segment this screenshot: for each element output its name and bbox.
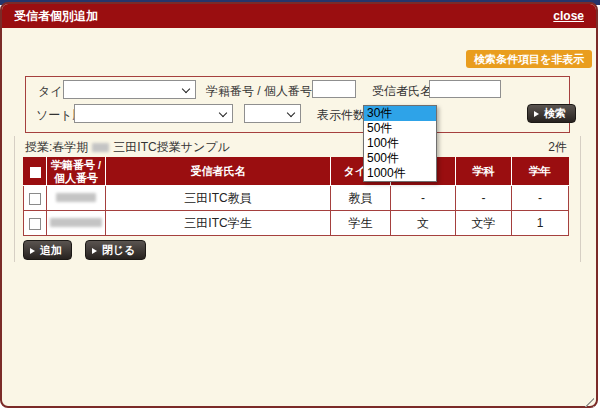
dropdown-option-100[interactable]: 100件 <box>364 136 436 151</box>
display-count-open-dropdown: 30件 50件 100件 500件 1000件 <box>363 105 437 182</box>
select-all-checkbox[interactable] <box>30 167 41 178</box>
dialog-titlebar: 受信者個別追加 close <box>2 4 596 28</box>
recipient-name-input[interactable] <box>429 80 501 98</box>
course-info: 授業:春学期 三田ITC授業サンプル <box>25 139 230 156</box>
cell-name: 三田ITC教員 <box>106 186 331 211</box>
cell-faculty: 文 <box>391 211 456 236</box>
cell-grade: - <box>512 186 569 211</box>
type-select[interactable] <box>63 80 196 99</box>
chevron-down-icon <box>287 109 295 117</box>
col-header-id: 学籍番号 / 個人番号 <box>47 158 106 186</box>
chevron-down-icon <box>182 85 190 93</box>
cell-id <box>47 211 106 236</box>
redacted-id <box>56 193 96 202</box>
cell-type: 教員 <box>331 186 391 211</box>
sort-direction-select[interactable] <box>244 104 301 123</box>
student-id-input[interactable] <box>312 80 356 98</box>
add-button[interactable]: 追加 <box>23 240 72 260</box>
cell-department: - <box>456 186 512 211</box>
select-all-header <box>24 158 47 186</box>
display-count-label: 表示件数: <box>317 107 368 124</box>
chevron-down-icon <box>219 109 227 117</box>
play-arrow-icon <box>92 248 97 254</box>
col-header-grade: 学年 <box>512 158 569 186</box>
cell-faculty: - <box>391 186 456 211</box>
redacted-id <box>50 218 102 227</box>
search-button[interactable]: 検索 <box>527 104 576 123</box>
dialog-title: 受信者個別追加 <box>14 8 98 25</box>
dropdown-option-30[interactable]: 30件 <box>364 106 436 121</box>
cell-name: 三田ITC学生 <box>106 211 331 236</box>
col-header-department: 学科 <box>456 158 512 186</box>
col-header-name: 受信者氏名 <box>106 158 331 186</box>
cell-grade: 1 <box>512 211 569 236</box>
hide-search-conditions-button[interactable]: 検索条件項目を非表示 <box>466 50 592 68</box>
table-row: 三田ITC教員 教員 - - - <box>24 186 569 211</box>
sort-order-select[interactable] <box>74 104 233 123</box>
close-button[interactable]: 閉じる <box>85 240 146 260</box>
page: 受信者個別追加 close 検索条件項目を非表示 タイプ: 学籍番号 / 個人番… <box>0 0 600 414</box>
row-checkbox[interactable] <box>29 218 41 230</box>
dropdown-option-50[interactable]: 50件 <box>364 121 436 136</box>
cell-department: 文学 <box>456 211 512 236</box>
course-label: 授業:春学期 <box>25 139 88 156</box>
dropdown-option-1000[interactable]: 1000件 <box>364 166 436 181</box>
table-row: 三田ITC学生 学生 文 文学 1 <box>24 211 569 236</box>
recipient-name-label: 受信者氏名: <box>372 83 435 100</box>
redacted-text <box>92 143 109 152</box>
cell-type: 学生 <box>331 211 391 236</box>
dropdown-option-500[interactable]: 500件 <box>364 151 436 166</box>
row-checkbox[interactable] <box>29 193 41 205</box>
cell-id <box>47 186 106 211</box>
recipients-table: 学籍番号 / 個人番号 受信者氏名 タイプ 学部 学科 学年 三田ITC教員 教… <box>23 157 569 236</box>
play-arrow-icon <box>30 248 35 254</box>
close-link[interactable]: close <box>553 9 584 23</box>
student-id-label: 学籍番号 / 個人番号: <box>206 83 315 100</box>
course-name: 三田ITC授業サンプル <box>113 139 229 156</box>
result-count: 2件 <box>548 139 567 156</box>
play-arrow-icon <box>534 111 539 117</box>
table-header-row: 学籍番号 / 個人番号 受信者氏名 タイプ 学部 学科 学年 <box>24 158 569 186</box>
